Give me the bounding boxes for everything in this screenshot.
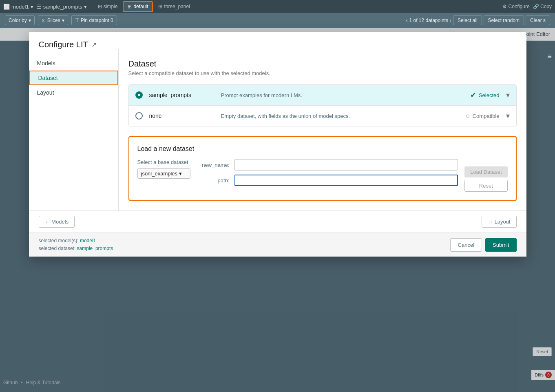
select-random-button[interactable]: Select random [484, 16, 524, 25]
radio-sample-prompts[interactable] [135, 91, 143, 99]
base-select-label: Select a base dataset [137, 159, 190, 165]
slices-label: Slices [47, 18, 60, 23]
select-all-button[interactable]: Select all [453, 16, 482, 25]
new-name-input[interactable] [234, 159, 458, 171]
check-circle-outline-icon: ○ [466, 112, 470, 120]
datapoints-nav-label: 1 of 12 datapoints [409, 18, 448, 23]
status-label-compatible: Compatible [473, 113, 500, 119]
dataset-label: sample_prompts [43, 4, 82, 10]
dialog-body: Models Dataset Layout Dataset Select a c… [29, 49, 526, 210]
field-row-path: path: [197, 175, 458, 186]
tab-simple[interactable]: ⊞ simple [93, 2, 122, 11]
base-dataset-dropdown[interactable]: jsonl_examples ▾ [137, 168, 190, 179]
back-button[interactable]: ← Models [39, 216, 75, 228]
dataset-selector[interactable]: ☰ sample_prompts ▾ [37, 4, 87, 10]
slices-icon: ⊡ [42, 18, 46, 23]
base-dataset-value: jsonl_examples [141, 171, 178, 177]
slices-chevron: ▾ [62, 18, 64, 23]
nav-prev-icon[interactable]: ‹ [406, 18, 407, 23]
dataset-icon: ☰ [37, 4, 42, 10]
dataset-dropdown-icon: ▾ [84, 4, 87, 10]
model-selector[interactable]: ⬜ model1 ▾ [3, 4, 33, 10]
tab-default-label: default [133, 4, 148, 9]
slices-button[interactable]: ⊡ Slices ▾ [38, 16, 68, 25]
tab-simple-icon: ⊞ [98, 4, 102, 9]
nav-item-dataset[interactable]: Dataset [29, 71, 118, 85]
color-by-label: Color by [9, 18, 27, 23]
chevron-down-icon-none[interactable]: ▾ [506, 111, 510, 120]
dataset-name-sample-prompts: sample_prompts [149, 92, 214, 98]
dialog-header: Configure LIT ↗ [29, 32, 526, 49]
pin-datapoint-button[interactable]: ⊤ Pin datapoint 0 [71, 16, 117, 25]
dialog-bottom-bar: selected model(s): model1 selected datas… [29, 233, 526, 257]
dataset-list: sample_prompts Prompt examples for moder… [128, 84, 517, 126]
dataset-name-none: none [149, 113, 214, 119]
color-by-chevron: ▾ [29, 18, 31, 23]
layout-tabs: ⊞ simple ⊞ default ⊞ three_panel [93, 1, 195, 12]
footer-nav-btns: ← Models [39, 216, 75, 228]
dataset-status-sample-prompts: ✔ Selected [470, 91, 500, 100]
bottom-info: selected model(s): model1 selected datas… [39, 237, 113, 252]
section-subtitle: Select a compatible dataset to use with … [128, 70, 517, 76]
dataset-desc-sample-prompts: Prompt examples for modern LMs. [221, 92, 464, 98]
configure-lit-dialog: Configure LIT ↗ Models Dataset Layout Da… [29, 32, 526, 257]
datapoint-nav-controls: ‹ 1 of 12 datapoints › Select all Select… [406, 16, 550, 25]
check-circle-icon: ✔ [470, 91, 476, 100]
tab-default[interactable]: ⊞ default [123, 1, 153, 12]
base-dataset-chevron: ▾ [179, 171, 182, 177]
tab-three-panel-icon: ⊞ [158, 4, 162, 9]
tab-simple-label: simple [104, 4, 118, 9]
selected-models-label: selected model(s): [39, 238, 79, 244]
dataset-desc-none: Empty dataset, with fields as the union … [221, 113, 459, 119]
path-input[interactable] [234, 175, 458, 186]
dataset-row-sample-prompts[interactable]: sample_prompts Prompt examples for moder… [129, 85, 516, 106]
dialog-content: Dataset Select a compatible dataset to u… [119, 49, 526, 210]
pin-icon: ⊤ [75, 18, 79, 23]
path-label: path: [197, 177, 230, 184]
load-dataset-action-btns: Load Dataset Reset [464, 166, 507, 192]
color-by-button[interactable]: Color by ▾ [5, 16, 35, 25]
footer-nav-right: → Layout [482, 216, 517, 228]
dialog-title: Configure LIT [39, 40, 88, 49]
external-link-icon[interactable]: ↗ [91, 41, 97, 49]
new-name-label: new_name: [197, 162, 230, 168]
next-button[interactable]: → Layout [482, 216, 517, 228]
model-label: model1 [11, 4, 29, 10]
chevron-down-icon-sample-prompts[interactable]: ▾ [506, 91, 510, 100]
copy-link[interactable]: 🔗 Copy [533, 4, 552, 9]
field-row-new-name: new_name: [197, 159, 458, 171]
selected-model-link[interactable]: model1 [80, 238, 96, 244]
tab-default-icon: ⊞ [128, 4, 132, 9]
load-dataset-title: Load a new dataset [137, 145, 508, 153]
nav-next-icon[interactable]: › [450, 18, 451, 23]
load-dataset-box: Load a new dataset Select a base dataset… [128, 136, 517, 201]
model-dropdown-icon: ▾ [31, 4, 33, 10]
load-dataset-form: Select a base dataset jsonl_examples ▾ n… [137, 159, 508, 192]
dialog-nav: Models Dataset Layout [29, 49, 119, 210]
tab-three-panel-label: three_panel [164, 4, 190, 9]
nav-item-models[interactable]: Models [29, 56, 118, 71]
status-label-selected: Selected [479, 92, 500, 98]
configure-link[interactable]: ⚙ Configure [502, 4, 529, 9]
nav-item-layout[interactable]: Layout [29, 85, 118, 100]
reset-button[interactable]: Reset [464, 180, 507, 192]
selected-dataset-link[interactable]: sample_prompts [77, 246, 113, 251]
dialog-footer: ← Models → Layout [29, 210, 526, 233]
pin-label: Pin datapoint 0 [81, 18, 113, 23]
selected-dataset-info: selected dataset: sample_prompts [39, 245, 113, 252]
clear-button[interactable]: Clear s [526, 16, 550, 25]
load-dataset-button[interactable]: Load Dataset [464, 166, 507, 177]
second-bar: Color by ▾ ⊡ Slices ▾ ⊤ Pin datapoint 0 … [0, 13, 555, 28]
bottom-action-btns: Cancel Submit [450, 238, 517, 252]
selected-dataset-label: selected dataset: [39, 246, 76, 251]
submit-button[interactable]: Submit [485, 238, 516, 252]
tab-three-panel[interactable]: ⊞ three_panel [154, 2, 194, 11]
section-title: Dataset [128, 59, 517, 69]
top-bar-right: ⚙ Configure 🔗 Copy [502, 4, 552, 9]
dataset-row-none[interactable]: none Empty dataset, with fields as the u… [129, 106, 516, 126]
fields-area: new_name: path: [197, 159, 458, 186]
radio-none[interactable] [135, 112, 143, 120]
base-select-area: Select a base dataset jsonl_examples ▾ [137, 159, 190, 179]
selected-models-info: selected model(s): model1 [39, 237, 113, 245]
cancel-button[interactable]: Cancel [450, 238, 482, 252]
